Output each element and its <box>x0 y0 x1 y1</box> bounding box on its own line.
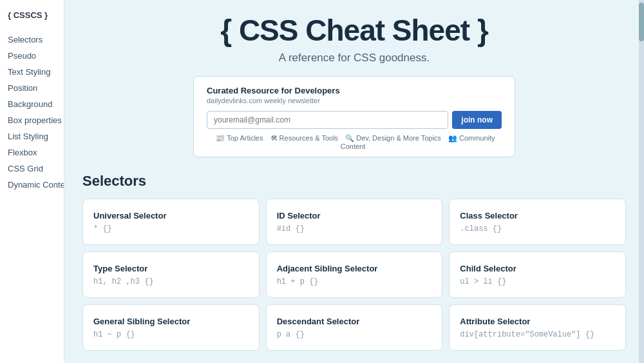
card-code: h1, h2 ,h3 {} <box>93 277 249 286</box>
sidebar-item-position[interactable]: Position <box>8 81 56 95</box>
sidebar-item-background[interactable]: Background <box>8 97 56 111</box>
card-code: div[attribute="SomeValue"] {} <box>460 330 615 339</box>
scrollbar-thumb[interactable] <box>639 3 644 41</box>
logo: { CSSCS } <box>8 10 56 21</box>
card-title: Attribute Selector <box>460 317 615 326</box>
card-code: h1 + p {} <box>277 277 432 286</box>
selectors-heading: Selectors <box>82 173 626 190</box>
card-title: Adjacent Sibling Selector <box>277 264 432 273</box>
nl-link-articles: 📰 Top Articles <box>216 134 263 142</box>
card-code: #id {} <box>277 224 432 233</box>
card-title: ID Selector <box>277 211 432 221</box>
scrollbar[interactable] <box>639 0 644 363</box>
nl-link-topics: 🔍 Dev, Design & More Topics <box>345 134 441 142</box>
card-title: Type Selector <box>93 264 249 273</box>
card-title: Descendant Selector <box>277 317 432 326</box>
sidebar-item-flexbox[interactable]: Flexbox <box>8 146 56 159</box>
selectors-grid: Universal Selector * {} ID Selector #id … <box>82 199 626 351</box>
sidebar-item-text-styling[interactable]: Text Styling <box>8 65 56 79</box>
sidebar-item-selectors[interactable]: Selectors <box>8 33 56 46</box>
card-type-selector: Type Selector h1, h2 ,h3 {} <box>82 251 260 298</box>
sidebar-item-pseudo[interactable]: Pseudo <box>8 49 56 63</box>
sidebar: { CSSCS } Selectors Pseudo Text Styling … <box>0 0 64 363</box>
sidebar-item-box-properties[interactable]: Box properties <box>8 113 56 127</box>
newsletter-links: 📰 Top Articles 🛠 Resources & Tools 🔍 Dev… <box>207 134 502 150</box>
newsletter-form: join now <box>207 111 502 129</box>
card-child-selector: Child Selector ul > li {} <box>449 251 626 298</box>
card-code: h1 ~ p {} <box>93 330 249 339</box>
card-title: Universal Selector <box>93 211 249 221</box>
card-general-sibling-selector: General Sibling Selector h1 ~ p {} <box>82 304 260 351</box>
card-code: .class {} <box>460 224 615 233</box>
card-universal-selector: Universal Selector * {} <box>82 199 260 245</box>
card-id-selector: ID Selector #id {} <box>266 199 443 245</box>
card-code: ul > li {} <box>460 277 615 286</box>
newsletter-email-input[interactable] <box>207 111 448 129</box>
newsletter-url: dailydevlinks.com weekly newsletter <box>207 97 502 104</box>
card-class-selector: Class Selector .class {} <box>449 199 626 245</box>
card-title: Class Selector <box>460 211 615 221</box>
card-code: p a {} <box>277 330 432 339</box>
page-title: { CSS Cheat Sheet } <box>82 13 626 48</box>
main-content: { CSS Cheat Sheet } A reference for CSS … <box>64 0 644 363</box>
page-subtitle: A reference for CSS goodness. <box>82 52 626 64</box>
sidebar-item-css-grid[interactable]: CSS Grid <box>8 162 56 175</box>
card-adjacent-sibling-selector: Adjacent Sibling Selector h1 + p {} <box>266 251 443 298</box>
sidebar-item-list-styling[interactable]: List Styling <box>8 130 56 143</box>
newsletter-title: Curated Resource for Developers <box>207 86 502 95</box>
card-title: General Sibling Selector <box>93 317 249 326</box>
sidebar-item-dynamic-content[interactable]: Dynamic Content <box>8 178 56 191</box>
card-attribute-selector: Attribute Selector div[attribute="SomeVa… <box>449 304 626 351</box>
newsletter-box: Curated Resource for Developers dailydev… <box>193 76 515 157</box>
nl-link-resources: 🛠 Resources & Tools <box>270 134 339 142</box>
card-descendant-selector: Descendant Selector p a {} <box>266 304 443 351</box>
join-now-button[interactable]: join now <box>452 111 502 129</box>
card-title: Child Selector <box>460 264 615 273</box>
card-code: * {} <box>93 224 249 233</box>
